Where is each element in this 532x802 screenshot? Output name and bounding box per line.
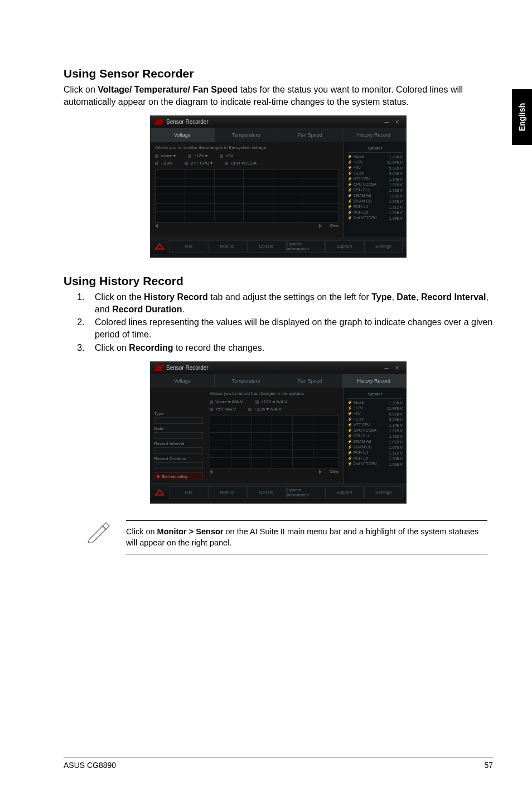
sensor-row: ⚡CPU VCCSA1.075 V (347, 182, 403, 187)
time-axis: Clear (155, 224, 339, 228)
sensor-value: 1.208 V (389, 401, 403, 405)
window-controls[interactable]: – × (385, 118, 402, 126)
title-bar: Sensor Recorder – × (151, 362, 406, 374)
tab-temperature[interactable]: Temperature (215, 374, 279, 388)
sensor-value: 1.096 V (389, 216, 403, 220)
sensor-row: ⚡DRAM AB1.602 V (347, 193, 403, 199)
sensor-name: ⚡+12V (347, 406, 363, 410)
sensor-value: 1.208 V (389, 155, 403, 159)
duration-field[interactable] (154, 462, 203, 469)
arrow-left-icon[interactable] (155, 224, 158, 228)
bottom-monitor[interactable]: Monitor (208, 486, 246, 499)
bottom-tool[interactable]: Tool (169, 486, 207, 499)
color-swatch-icon (185, 162, 188, 165)
sensor-name: ⚡CPU PLL (347, 188, 370, 192)
bottom-support[interactable]: Support (325, 240, 364, 253)
metric[interactable]: +3.3V (155, 161, 172, 166)
bottom-monitor[interactable]: Monitor (208, 240, 246, 253)
sensor-row: ⚡2nd VTTCPU1.096 V (347, 215, 403, 221)
metric[interactable]: +12V ▾ N/A V (255, 399, 288, 404)
app-title-text: Sensor Recorder (166, 119, 209, 125)
type-select[interactable] (154, 417, 203, 424)
bottom-bar: Tool Monitor Update System Information S… (151, 238, 406, 254)
metric[interactable]: +3.3V ▾ N/A V (248, 407, 282, 412)
metric[interactable]: +5V (220, 153, 233, 158)
metric-label: +5V (225, 153, 233, 158)
metric[interactable]: VTT CPU ▾ (185, 161, 212, 166)
text: Click on the (95, 292, 144, 302)
arrow-right-icon[interactable] (319, 224, 322, 228)
bottom-settings[interactable]: Settings (364, 486, 403, 499)
start-recording-button[interactable]: Start recording (154, 472, 203, 480)
color-swatch-icon (155, 162, 158, 165)
sensor-name: ⚡+3.3V (347, 417, 364, 422)
tab-voltage[interactable]: Voltage (151, 128, 215, 142)
bottom-settings[interactable]: Settings (364, 240, 403, 253)
sensor-value: 1.112 V (389, 205, 403, 209)
color-swatch-icon (188, 154, 191, 158)
clear-button[interactable]: Clear (330, 470, 339, 474)
metric[interactable]: Vcore ▾ (155, 153, 176, 158)
clear-button[interactable]: Clear (330, 224, 339, 228)
sensor-row: ⚡+12V11.976 V (347, 405, 403, 411)
bottom-update[interactable]: Update (247, 486, 286, 499)
sensor-row: ⚡CPU VCCSA1.075 V (347, 428, 403, 433)
bottom-support[interactable]: Support (325, 486, 364, 499)
bold: Recording (129, 343, 173, 352)
interval-label: Record Interval (154, 441, 203, 446)
app-title-text: Sensor Recorder (166, 365, 209, 371)
metric-label: Vcore ▾ (161, 153, 176, 158)
arrow-left-icon[interactable] (210, 470, 212, 474)
tab-fan-speed[interactable]: Fan Speed (278, 374, 342, 388)
interval-field[interactable] (154, 447, 203, 454)
metric-label: +12V ▾ N/A V (261, 399, 288, 404)
metric[interactable]: +12V ▾ (188, 153, 207, 158)
color-swatch-icon (220, 154, 223, 158)
duration-label: Record Duration (154, 456, 203, 461)
section2-heading: Using History Record (64, 274, 493, 288)
sensor-name: ⚡CPU VCCSA (347, 428, 376, 433)
bottom-sysinfo[interactable]: System Information (286, 240, 325, 253)
tab-temperature[interactable]: Temperature (215, 128, 279, 142)
sensor-value: 1.602 V (389, 440, 403, 444)
sensor-name: ⚡PCH 1.5 (347, 456, 368, 461)
sensor-value: 1.075 V (389, 429, 403, 433)
sensor-name: ⚡VTT CPU (347, 423, 370, 427)
app-title: Sensor Recorder (155, 365, 209, 371)
window-controls[interactable]: – × (385, 364, 402, 372)
color-swatch-icon (210, 400, 213, 404)
bold: Type (371, 292, 391, 302)
bottom-tool[interactable]: Tool (169, 240, 207, 253)
sensor-panel: Sensor ⚡Vcore1.208 V⚡+12V11.976 V⚡+5V5.0… (344, 388, 406, 484)
tabs-row: Voltage Temperature Fan Speed History Re… (151, 128, 406, 142)
section1-paragraph: Click on Voltage/ Temperature/ Fan Speed… (64, 84, 493, 108)
sensor-name: ⚡DRAM CD (347, 199, 372, 204)
tab-fan-speed[interactable]: Fan Speed (278, 128, 342, 142)
sensor-name: ⚡+5V (347, 166, 361, 170)
footer-page-number: 57 (484, 761, 493, 770)
sensor-row: ⚡Vcore1.208 V (347, 400, 403, 405)
sensor-value: 11.976 V (387, 161, 403, 165)
metric[interactable]: Vcore ▾ N/A V (210, 399, 243, 404)
tab-history-record[interactable]: History Record (342, 128, 407, 142)
bottom-sysinfo[interactable]: System Information (286, 486, 325, 499)
sensor-name: ⚡CPU VCCSA (347, 182, 376, 187)
metric[interactable]: +5V N/A V (210, 407, 236, 412)
app-title: Sensor Recorder (155, 119, 209, 125)
tab-voltage[interactable]: Voltage (151, 374, 215, 388)
note: Click on Monitor > Sensor on the AI Suit… (86, 520, 493, 554)
tabs-bold: Voltage/ Temperature/ Fan Speed (98, 85, 238, 94)
sensor-name: ⚡DRAM AB (347, 194, 371, 198)
tab-history-record[interactable]: History Record (342, 374, 407, 388)
text: Click on (126, 527, 157, 536)
button-label: Start recording (162, 475, 187, 479)
arrow-right-icon[interactable] (319, 470, 322, 474)
sensor-value: 3.296 V (389, 172, 403, 176)
date-field[interactable] (154, 432, 203, 439)
sensor-row: ⚡PCH 1.51.508 V (347, 456, 403, 461)
metric[interactable]: CPU VCCSA (225, 161, 257, 166)
metric-label: +3.3V ▾ N/A V (254, 407, 282, 412)
text: , (391, 292, 396, 302)
bottom-update[interactable]: Update (247, 240, 286, 253)
sensor-value: 1.508 V (389, 457, 403, 461)
